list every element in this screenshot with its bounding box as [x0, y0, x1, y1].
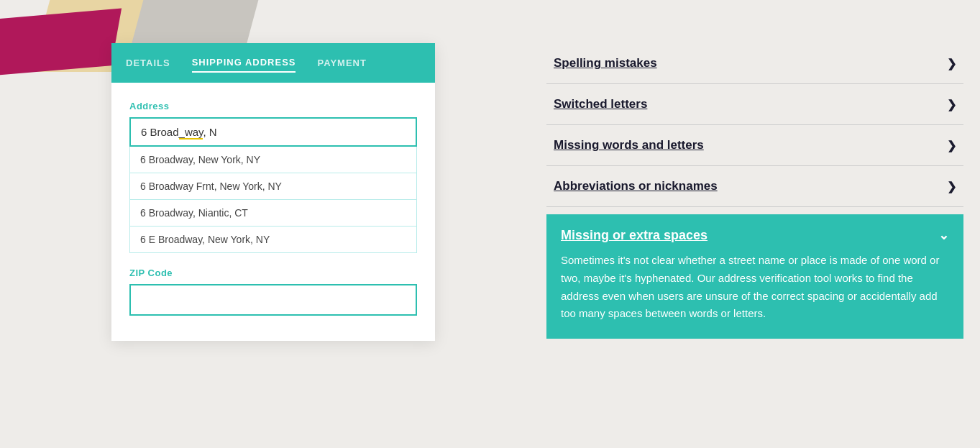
suggestion-item-0[interactable]: 6 Broadway, New York, NY	[129, 147, 417, 173]
expanded-body: Sometimes it's not clear whether a stree…	[546, 252, 963, 339]
expanded-chevron-down-icon: ⌄	[938, 227, 949, 243]
checkout-nav: DETAILS SHIPPING ADDRESS PAYMENT	[111, 43, 435, 83]
address-input[interactable]: 6 Broad_way, N	[129, 117, 417, 147]
accordion-switched[interactable]: Switched letters ❯	[546, 84, 963, 125]
nav-shipping-address[interactable]: SHIPPING ADDRESS	[192, 53, 296, 73]
accordion-missing-label: Missing words and letters	[554, 138, 704, 152]
nav-details[interactable]: DETAILS	[126, 54, 170, 72]
accordion-abbreviations-arrow: ❯	[947, 180, 956, 193]
accordion-abbreviations[interactable]: Abbreviations or nicknames ❯	[546, 166, 963, 207]
zip-input[interactable]	[129, 284, 417, 316]
accordion-spelling[interactable]: Spelling mistakes ❯	[546, 43, 963, 84]
accordion-switched-label: Switched letters	[554, 97, 647, 111]
accordion-spelling-arrow: ❯	[947, 57, 956, 70]
nav-payment[interactable]: PAYMENT	[317, 54, 366, 72]
accordion-expanded-spaces: Missing or extra spaces ⌄ Sometimes it's…	[546, 214, 963, 339]
expanded-title: Missing or extra spaces	[561, 228, 707, 243]
checkout-panel: DETAILS SHIPPING ADDRESS PAYMENT Address…	[111, 43, 435, 341]
accordion-spelling-label: Spelling mistakes	[554, 56, 657, 70]
accordion-missing-arrow: ❯	[947, 139, 956, 152]
right-panel: Spelling mistakes ❯ Switched letters ❯ M…	[546, 43, 963, 339]
suggestion-item-3[interactable]: 6 E Broadway, New York, NY	[129, 227, 417, 253]
zip-section: ZIP Code	[129, 268, 417, 316]
form-body: Address 6 Broad_way, N 6 Broadway, New Y…	[111, 83, 435, 341]
suggestion-item-2[interactable]: 6 Broadway, Niantic, CT	[129, 200, 417, 227]
accordion-missing[interactable]: Missing words and letters ❯	[546, 125, 963, 166]
underlined-word: _way	[179, 126, 203, 140]
suggestion-item-1[interactable]: 6 Broadway Frnt, New York, NY	[129, 173, 417, 200]
accordion-switched-arrow: ❯	[947, 98, 956, 111]
expanded-header[interactable]: Missing or extra spaces ⌄	[546, 214, 963, 252]
address-label: Address	[129, 101, 417, 111]
zip-label: ZIP Code	[129, 268, 417, 278]
accordion-abbreviations-label: Abbreviations or nicknames	[554, 179, 718, 193]
